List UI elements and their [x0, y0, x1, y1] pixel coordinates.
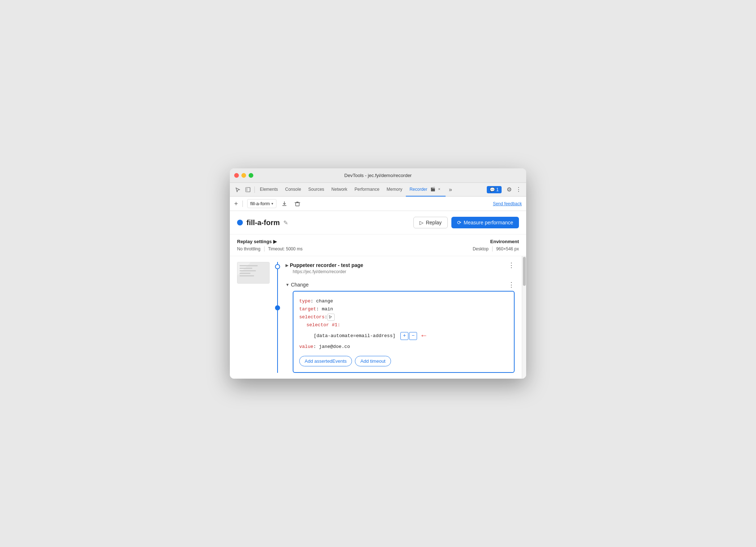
action-buttons: Add assertedEvents Add timeout [299, 356, 508, 366]
selector-value-row: [data-automate=email-address] + − [314, 329, 508, 343]
timeline-dot-2 [275, 305, 280, 310]
cursor-icon[interactable] [233, 185, 243, 195]
steps-content: ▶ Puppeteer recorder - test page ⋮ https… [282, 262, 522, 373]
red-arrow-icon: ← [421, 329, 426, 343]
replay-icon: ▷ [420, 220, 424, 225]
add-asserted-events-button[interactable]: Add assertedEvents [299, 356, 352, 366]
step-1-expand-icon[interactable]: ▶ [285, 263, 288, 268]
minimize-button[interactable] [241, 173, 246, 178]
chevron-down-icon: ▾ [271, 202, 273, 206]
tab-network[interactable]: Network [328, 183, 351, 197]
settings-expand-icon: ▶ [273, 239, 277, 244]
replay-settings: Replay settings ▶ No throttling Timeout:… [237, 239, 473, 251]
code-value-line: value : jane@doe.co [299, 343, 508, 351]
titlebar: DevTools - jec.fyi/demo/recorder [230, 168, 526, 183]
scrollbar-thumb[interactable] [523, 257, 526, 286]
more-options-icon[interactable]: ⋮ [514, 185, 523, 194]
separator [254, 186, 255, 193]
measure-performance-button[interactable]: ⟳ Measure performance [451, 217, 519, 228]
code-target-line: target : main [299, 305, 508, 313]
tab-performance[interactable]: Performance [351, 183, 383, 197]
resolution-value: 960×546 px [496, 246, 519, 251]
settings-icon[interactable]: ⚙ [504, 185, 514, 194]
recorder-tab-close[interactable]: × [437, 187, 442, 192]
selector-actions: + − [400, 332, 417, 340]
timeline-column [273, 262, 282, 373]
tab-elements[interactable]: Elements [256, 183, 282, 197]
recording-header: fill-a-form ✎ ▷ Replay ⟳ Measure perform… [230, 211, 526, 234]
svg-rect-1 [246, 188, 248, 192]
tab-recorder[interactable]: Recorder 🎬 × [406, 183, 445, 197]
environment-details: Desktop 960×546 px [473, 246, 519, 251]
step-1-url: https://jec.fyi/demo/recorder [293, 269, 515, 274]
code-value-key: value [299, 343, 313, 351]
step-thumbnail [237, 262, 270, 284]
edit-name-icon[interactable]: ✎ [283, 219, 288, 226]
download-button[interactable] [279, 199, 289, 209]
devtools-tabbar: Elements Console Sources Network Perform… [230, 183, 526, 197]
timeout-value: Timeout: 5000 ms [268, 246, 303, 251]
code-selectors-key: selectors [299, 313, 325, 321]
steps-area: ▶ Puppeteer recorder - test page ⋮ https… [230, 256, 522, 379]
dock-icon[interactable] [243, 185, 253, 195]
chat-button[interactable]: 💬 1 [487, 186, 502, 193]
code-target-key: target [299, 305, 316, 313]
scrollbar[interactable] [522, 256, 526, 379]
code-block: type : change target : main selectors : [293, 291, 515, 373]
step-1-title: Puppeteer recorder - test page [290, 262, 363, 268]
code-type-val: : change [310, 297, 333, 305]
code-selectors-line: selectors : [299, 313, 508, 321]
thumbnail-column [230, 262, 273, 373]
timeline-line [277, 262, 278, 373]
code-selector-num: selector #1: [306, 321, 340, 329]
devtools-window: DevTools - jec.fyi/demo/recorder Element… [230, 168, 526, 379]
steps-container: ▶ Puppeteer recorder - test page ⋮ https… [230, 256, 526, 379]
maximize-button[interactable] [249, 173, 253, 178]
add-recording-button[interactable]: + [234, 201, 238, 207]
add-selector-button[interactable]: + [400, 332, 408, 340]
replay-settings-title[interactable]: Replay settings ▶ [237, 239, 473, 244]
recording-name: fill-a-form [246, 219, 280, 227]
svg-rect-2 [296, 203, 299, 206]
window-title: DevTools - jec.fyi/demo/recorder [344, 173, 412, 178]
code-selector-num-line: selector #1: [306, 321, 508, 329]
recording-status-dot [237, 220, 243, 225]
tab-console[interactable]: Console [282, 183, 305, 197]
step-2-title: Change [291, 282, 309, 288]
step-2-menu-icon[interactable]: ⋮ [508, 281, 515, 288]
remove-selector-button[interactable]: − [409, 332, 417, 340]
settings-row: Replay settings ▶ No throttling Timeout:… [230, 234, 526, 256]
selector-type-icon[interactable] [327, 314, 335, 321]
tab-sources[interactable]: Sources [305, 183, 328, 197]
settings-divider [264, 246, 265, 251]
recording-selector[interactable]: fill-a-form ▾ [247, 199, 276, 208]
recorder-icon: 🎬 [430, 187, 435, 191]
settings-details: No throttling Timeout: 5000 ms [237, 246, 473, 251]
toolbar-separator [242, 201, 243, 207]
more-tabs-button[interactable]: » [446, 185, 456, 195]
close-button[interactable] [234, 173, 239, 178]
measure-icon: ⟳ [457, 220, 461, 225]
desktop-value: Desktop [473, 246, 489, 251]
code-target-val: : main [316, 305, 333, 313]
tab-memory[interactable]: Memory [383, 183, 406, 197]
step-2-header: ▼ Change ⋮ [285, 281, 515, 288]
code-type-key: type [299, 297, 310, 305]
environment-title: Environment [473, 239, 519, 244]
code-value-val: : jane@doe.co [313, 343, 350, 351]
delete-button[interactable] [292, 199, 302, 209]
replay-button[interactable]: ▷ Replay [413, 217, 448, 228]
recorder-toolbar: + fill-a-form ▾ Send feedback [230, 197, 526, 211]
step-1-menu-icon[interactable]: ⋮ [508, 262, 515, 268]
send-feedback-link[interactable]: Send feedback [493, 201, 522, 206]
environment-settings: Environment Desktop 960×546 px [473, 239, 519, 251]
throttling-value: No throttling [237, 246, 261, 251]
chat-icon: 💬 [490, 187, 495, 192]
step-1-header: ▶ Puppeteer recorder - test page ⋮ [285, 262, 515, 268]
timeline-dot-1 [275, 264, 280, 269]
code-type-line: type : change [299, 297, 508, 305]
env-divider [492, 246, 493, 251]
step-1: ▶ Puppeteer recorder - test page ⋮ https… [285, 262, 515, 274]
add-timeout-button[interactable]: Add timeout [355, 356, 391, 366]
step-2-expand-icon[interactable]: ▼ [285, 283, 289, 287]
